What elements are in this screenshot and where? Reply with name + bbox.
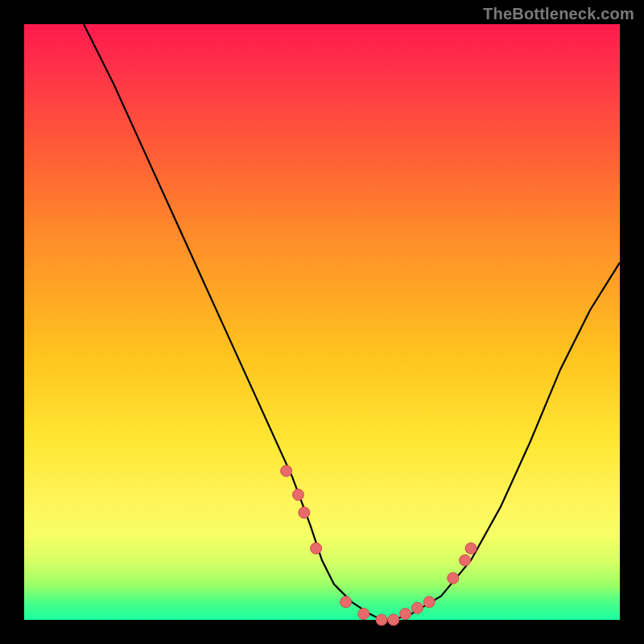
- marker-group: [281, 465, 477, 625]
- curve-marker: [423, 597, 435, 608]
- curve-marker: [281, 465, 292, 477]
- curve-marker: [465, 543, 477, 554]
- curve-marker: [388, 614, 399, 625]
- curve-marker: [376, 614, 387, 625]
- curve-marker: [311, 543, 322, 554]
- curve-marker: [411, 602, 423, 613]
- curve-marker: [460, 555, 471, 566]
- chart-frame: TheBottleneck.com: [0, 0, 644, 644]
- curve-layer: [24, 24, 620, 620]
- watermark-label: TheBottleneck.com: [483, 5, 634, 23]
- bottleneck-curve: [84, 24, 620, 620]
- curve-marker: [299, 507, 310, 518]
- curve-marker: [448, 572, 459, 584]
- curve-marker: [358, 609, 369, 620]
- curve-marker: [292, 489, 303, 501]
- curve-marker: [341, 597, 352, 608]
- plot-area: [24, 24, 620, 620]
- curve-marker: [400, 609, 411, 620]
